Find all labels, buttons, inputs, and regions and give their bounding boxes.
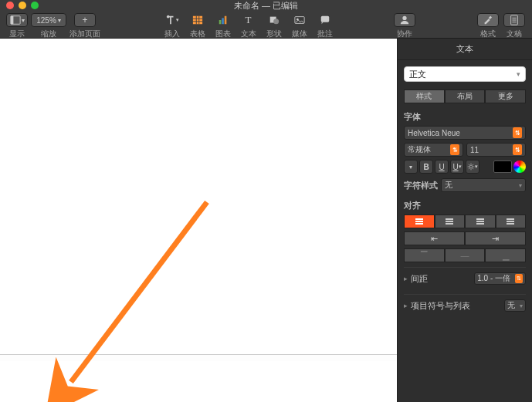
window-title: 未命名 — 已编辑 xyxy=(234,0,298,12)
shape-tool[interactable]: 形状 xyxy=(263,13,286,39)
font-size-field[interactable]: 11 ⇅ xyxy=(466,143,526,157)
stepper-icon: ⇅ xyxy=(515,274,523,283)
underline-button[interactable]: U xyxy=(435,160,449,174)
view-group: ▾ 显示 xyxy=(6,13,28,39)
text-format-row: ▾ B U U▾ ▾ xyxy=(404,160,526,174)
toolbar-right: 协作 格式 文稿 xyxy=(393,13,526,39)
seg-layout[interactable]: 布局 xyxy=(445,90,486,103)
valign-middle-button[interactable]: ― xyxy=(445,248,486,262)
bullets-row[interactable]: ▸ 项目符号与列表 无 ▾ xyxy=(404,294,526,316)
chevron-down-icon: ▾ xyxy=(519,182,522,189)
seg-style[interactable]: 样式 xyxy=(404,90,445,103)
table-tool[interactable]: 表格 xyxy=(186,13,209,39)
align-left-button[interactable] xyxy=(404,215,435,228)
plus-icon: + xyxy=(82,15,87,25)
outdent-icon: ⇤ xyxy=(431,234,438,244)
seg-more[interactable]: 更多 xyxy=(485,90,526,103)
align-right-button[interactable] xyxy=(465,215,496,228)
font-weight-select[interactable]: 常规体 ⇅ xyxy=(404,143,463,157)
view-label: 显示 xyxy=(9,29,25,39)
bullets-label: 项目符号与列表 xyxy=(411,300,470,312)
valign-bottom-button[interactable]: ▁ xyxy=(485,248,526,262)
paragraph-style-value: 正文 xyxy=(409,69,426,80)
panel-icon xyxy=(10,15,21,25)
font-family-select[interactable]: Helvetica Neue ⇅ xyxy=(404,126,526,140)
text-label: 文本 xyxy=(241,29,256,39)
color-wheel-button[interactable] xyxy=(513,160,526,173)
close-window-button[interactable] xyxy=(6,2,14,9)
window-title-bar: 未命名 — 已编辑 xyxy=(0,0,532,11)
zoom-label: 缩放 xyxy=(41,29,56,39)
underline-style-button[interactable]: U▾ xyxy=(450,160,464,174)
align-justify-button[interactable] xyxy=(496,215,527,228)
table-icon xyxy=(192,15,203,25)
document-tool[interactable]: 文稿 xyxy=(503,13,526,39)
media-label: 媒体 xyxy=(292,29,307,39)
spacing-value: 1.0 - 一倍 xyxy=(477,273,510,284)
add-page-button[interactable]: + xyxy=(74,13,96,27)
svg-point-22 xyxy=(469,165,473,168)
text-color-swatch[interactable] xyxy=(493,160,512,173)
chart-tool[interactable]: 图表 xyxy=(212,13,235,39)
view-button[interactable]: ▾ xyxy=(6,13,28,27)
paragraph-style-select[interactable]: 正文 ▾ xyxy=(404,66,526,82)
spacing-row[interactable]: ▸ 间距 1.0 - 一倍 ⇅ xyxy=(404,267,526,289)
text-icon: T xyxy=(246,14,252,26)
indent-button[interactable]: ⇥ xyxy=(465,231,526,245)
format-label: 格式 xyxy=(480,29,496,39)
page-1[interactable] xyxy=(0,39,397,355)
zoom-value: 125% xyxy=(36,16,56,25)
media-tool[interactable]: 媒体 xyxy=(288,13,311,39)
collab-icon xyxy=(399,15,410,25)
addpage-group: + 添加页面 xyxy=(69,13,100,39)
svg-point-15 xyxy=(402,16,406,20)
outdent-button[interactable]: ⇤ xyxy=(404,231,465,245)
svg-rect-7 xyxy=(219,20,221,24)
comment-icon xyxy=(320,15,330,25)
bullets-select[interactable]: 无 ▾ xyxy=(504,299,526,312)
format-inspector: 文本 正文 ▾ 样式 布局 更多 字体 Helvetica Neue ⇅ 常规体… xyxy=(398,39,532,402)
zoom-select[interactable]: 125% ▾ xyxy=(31,13,66,27)
valign-top-button[interactable]: ▔ xyxy=(404,248,445,262)
align-center-button[interactable] xyxy=(435,215,466,228)
align-section-label: 对齐 xyxy=(404,200,526,211)
svg-point-11 xyxy=(273,19,279,24)
format-tool[interactable]: 格式 xyxy=(476,13,500,39)
document-canvas[interactable] xyxy=(0,39,398,402)
font-size-value: 11 xyxy=(470,146,479,154)
spacing-select[interactable]: 1.0 - 一倍 ⇅ xyxy=(474,272,526,285)
char-style-select[interactable]: 无 ▾ xyxy=(441,178,526,192)
fullscreen-window-button[interactable] xyxy=(31,2,39,9)
spacing-label: 间距 xyxy=(411,273,428,285)
zoom-group: 125% ▾ 缩放 xyxy=(31,13,66,39)
bold-button[interactable]: B xyxy=(419,160,433,174)
char-style-label: 字符样式 xyxy=(404,180,438,191)
valign-bottom-icon: ▁ xyxy=(503,251,509,261)
insert-tool[interactable]: ▾ 插入 xyxy=(161,13,184,39)
document-label: 文稿 xyxy=(507,29,522,39)
collab-label: 协作 xyxy=(397,29,412,39)
chevron-down-icon: ▾ xyxy=(520,302,523,309)
advanced-button[interactable]: ▾ xyxy=(466,160,479,174)
chart-label: 图表 xyxy=(215,29,231,39)
insert-label: 插入 xyxy=(164,29,180,39)
valign-middle-icon: ― xyxy=(461,251,469,260)
inspector-tab[interactable]: 文本 xyxy=(398,39,532,60)
page-2[interactable] xyxy=(0,361,397,402)
collab-tool[interactable]: 协作 xyxy=(393,13,416,39)
font-section-label: 字体 xyxy=(404,111,526,123)
main-area: 文本 正文 ▾ 样式 布局 更多 字体 Helvetica Neue ⇅ 常规体… xyxy=(0,39,532,402)
style-preset-button[interactable]: ▾ xyxy=(404,160,418,174)
indent-icon: ⇥ xyxy=(492,234,499,244)
font-family-value: Helvetica Neue xyxy=(408,129,460,137)
document-icon xyxy=(509,15,520,25)
addpage-label: 添加页面 xyxy=(69,29,100,39)
table-label: 表格 xyxy=(190,29,205,39)
chart-icon xyxy=(218,15,229,25)
svg-rect-16 xyxy=(489,16,492,19)
toolbar-center: ▾ 插入 表格 图表 T 文本 形状 媒体 批注 xyxy=(161,13,337,39)
comment-tool[interactable]: 批注 xyxy=(313,13,337,39)
text-tool[interactable]: T 文本 xyxy=(237,13,260,39)
minimize-window-button[interactable] xyxy=(19,2,26,9)
inspector-segmented: 样式 布局 更多 xyxy=(404,90,526,103)
